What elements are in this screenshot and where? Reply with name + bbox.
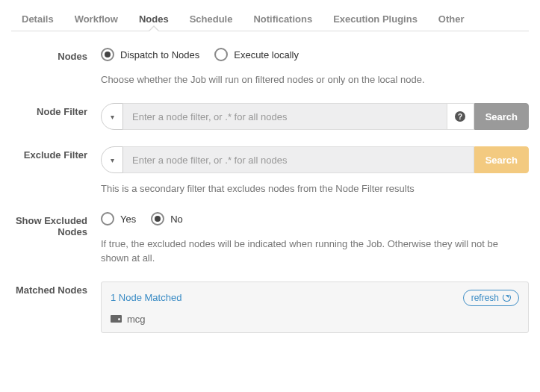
chevron-down-icon: ▾: [111, 156, 114, 164]
radio-show-excluded-no[interactable]: No: [151, 212, 183, 225]
hdd-icon: [111, 315, 122, 323]
radio-yes-label: Yes: [120, 214, 136, 225]
matched-summary-link[interactable]: 1 Node Matched: [111, 292, 181, 303]
tab-execution-plugins[interactable]: Execution Plugins: [323, 7, 428, 31]
radio-circle-icon: [101, 212, 114, 225]
chevron-down-icon: ▾: [111, 113, 114, 121]
node-filter-input[interactable]: [123, 103, 447, 130]
tab-other[interactable]: Other: [428, 7, 475, 31]
refresh-button[interactable]: refresh: [463, 290, 519, 306]
radio-execute-locally[interactable]: Execute locally: [214, 48, 299, 61]
list-item: mcg: [111, 314, 519, 325]
radio-show-excluded-yes[interactable]: Yes: [101, 212, 136, 225]
exclude-filter-help: This is a secondary filter that excludes…: [101, 182, 529, 196]
exclude-filter-input[interactable]: [123, 146, 474, 173]
tab-notifications[interactable]: Notifications: [243, 7, 323, 31]
nodes-mode-label: Nodes: [11, 48, 101, 87]
exclude-filter-dropdown[interactable]: ▾: [101, 146, 123, 173]
question-icon: ?: [455, 111, 465, 122]
show-excluded-label: Show Excluded Nodes: [11, 212, 101, 264]
radio-circle-icon: [214, 48, 228, 61]
radio-circle-icon: [101, 48, 114, 61]
tab-bar: Details Workflow Nodes Schedule Notifica…: [11, 7, 529, 31]
refresh-button-label: refresh: [471, 293, 499, 303]
radio-local-label: Execute locally: [234, 49, 299, 60]
node-filter-search-button[interactable]: Search: [474, 103, 529, 130]
exclude-filter-search-button[interactable]: Search: [474, 146, 529, 173]
radio-dispatch-label: Dispatch to Nodes: [120, 49, 199, 60]
matched-nodes-label: Matched Nodes: [11, 281, 101, 333]
node-filter-dropdown[interactable]: ▾: [101, 103, 123, 130]
node-name: mcg: [127, 314, 146, 325]
show-excluded-help: If true, the excluded nodes will be indi…: [101, 237, 529, 264]
tab-nodes[interactable]: Nodes: [128, 7, 179, 31]
refresh-icon: [503, 293, 511, 302]
radio-dispatch-to-nodes[interactable]: Dispatch to Nodes: [101, 48, 199, 61]
tab-schedule[interactable]: Schedule: [179, 7, 243, 31]
radio-no-label: No: [170, 214, 183, 225]
node-filter-help-button[interactable]: ?: [447, 103, 474, 130]
matched-nodes-panel: 1 Node Matched refresh mcg: [101, 281, 529, 333]
tab-details[interactable]: Details: [11, 7, 64, 31]
node-filter-label: Node Filter: [11, 103, 101, 130]
tab-workflow[interactable]: Workflow: [64, 7, 128, 31]
radio-circle-icon: [151, 212, 164, 225]
exclude-filter-label: Exclude Filter: [11, 146, 101, 196]
nodes-mode-help: Choose whether the Job will run on filte…: [101, 73, 529, 87]
